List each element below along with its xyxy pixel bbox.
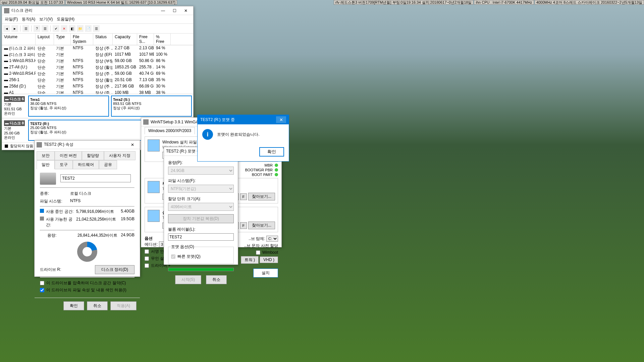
partition[interactable]: Tera2 (S:)893.51 GB NTFS정상 (주 파티션) <box>111 96 192 117</box>
title-bar[interactable]: 디스크 관리 — ☐ ✕ <box>2 6 193 15</box>
format-button[interactable]: F <box>240 222 247 229</box>
alloc-select: 4096바이트 <box>168 203 234 211</box>
table-row[interactable]: ▬ 256-1단순기본NTFS정상 (활성...20.51 GB7.13 GB3… <box>2 77 193 83</box>
menu-help[interactable]: 도움말(H) <box>57 16 74 22</box>
toolbar-button[interactable]: ☰ <box>42 25 48 32</box>
ok-button[interactable]: 확인 <box>259 147 284 157</box>
toolbar-button[interactable]: 📄 <box>85 25 92 32</box>
format-button[interactable]: F <box>240 193 247 200</box>
tab-general[interactable]: 일반 <box>37 160 55 169</box>
close-button[interactable]: ✕ <box>180 7 191 14</box>
start-button: 시작(S) <box>175 275 201 284</box>
table-row[interactable]: ▬ 2T-All (U:)단순기본NTFS정상 (활성...1853.25 GB… <box>2 64 193 71</box>
compress-checkbox[interactable] <box>40 281 44 285</box>
toolbar-button[interactable]: 📁 <box>77 25 84 32</box>
app-icon <box>143 119 149 125</box>
menu-action[interactable]: 동작(A) <box>22 16 35 22</box>
window-title: TEST2 (R:) 포맷 중 <box>200 117 235 123</box>
driver-checkbox[interactable] <box>145 263 149 268</box>
drive-icon <box>40 173 56 185</box>
status-item: Windows 10 RS3 Home K 64 bit 빌드:16299.63… <box>65 0 177 5</box>
options-label: 옵션 <box>145 236 153 241</box>
delete-icon[interactable]: ✕ <box>61 25 67 32</box>
disc-icon <box>148 139 160 152</box>
index-checkbox[interactable] <box>40 288 44 292</box>
info-icon: i <box>202 129 213 140</box>
toolbar-button[interactable]: ◧ <box>69 25 75 32</box>
drive-icon <box>148 210 160 222</box>
unattend-checkbox[interactable] <box>145 256 149 261</box>
apply-button[interactable]: 적용(A) <box>110 301 137 310</box>
tab-quota[interactable]: 할당량 <box>82 151 104 160</box>
close-format-button[interactable]: 취소 <box>206 275 227 284</box>
partition[interactable]: Tera138.00 GB NTFS정상 (활성, 주 파티션) <box>28 96 109 117</box>
app-icon <box>4 8 9 13</box>
used-swatch <box>40 209 44 213</box>
toolbar-button[interactable]: ☰ <box>93 25 100 32</box>
table-row[interactable]: ▬ (디스크 3 파티션 1)단순기본정상 (EFI ...1017 MB101… <box>2 52 193 58</box>
toolbar: ◄ ► ☰ ? ☰ ✔ ✕ ◧ 📁 📄 ☰ <box>2 24 193 34</box>
drive-icon <box>37 142 42 147</box>
legend-label: 할당되지 않음 <box>10 143 33 148</box>
table-row[interactable]: ▬ A1단순기본NTFS정상 (주 ...100 MB38 MB38 % <box>2 90 193 94</box>
table-row[interactable]: ▬ 1-Win10.RS3.Ho...단순기본NTFS정상 (부팅...59.0… <box>2 58 193 64</box>
disk-pane: ▬ 디스크 6기본931.51 GB온라인Tera138.00 GB NTFS정… <box>2 94 193 118</box>
ok-button[interactable]: 확인 <box>63 301 84 310</box>
desktop-status-bar: qaz 2018.09.04 화요일 오전 11:07:33 Windows 1… <box>0 0 644 5</box>
restore-defaults-button: 장치 기본값 복원(D) <box>168 214 234 223</box>
table-row[interactable]: ▬ 2-Win10.RS4.PR...단순기본NTFS정상 (주 ...59.0… <box>2 71 193 77</box>
menu-bar: 파일(F) 동작(A) 보기(V) 도움말(H) <box>2 15 193 24</box>
toolbar-button[interactable]: ✔ <box>53 25 59 32</box>
minimize-button[interactable]: — <box>158 7 168 14</box>
table-row[interactable]: ▬ 256d (D:)단순기본NTFS정상 (주 ...217.96 GB66.… <box>2 83 193 90</box>
status-item: 4000MHz 4코어 8스레드 스카이레이크 20160322~2년5개월13… <box>535 0 644 5</box>
tab-previous[interactable]: 이전 버전 <box>55 151 82 160</box>
title-bar[interactable]: TEST2 (R:) 포맷 중 ✕ <box>198 115 289 124</box>
status-item: ihn CPU : Intel i7-6700K 4417MHz <box>474 0 534 5</box>
status-item: rfv 레드스톤3 버전1709[RTM년월] 부팅:0일19:16:34 설치… <box>334 0 474 5</box>
drive-name-input[interactable] <box>60 174 131 182</box>
status-dot <box>275 164 278 167</box>
filesystem-select: NTFS(기본값) <box>168 185 234 193</box>
drive-icon <box>148 181 160 193</box>
window-title: TEST2 (R:) 속성 <box>44 142 125 147</box>
forward-button[interactable]: ► <box>11 25 18 32</box>
title-bar[interactable]: TEST2 (R:) 속성 ✕ <box>35 140 140 149</box>
network-button[interactable]: 트워 ) <box>241 256 259 264</box>
tab-security[interactable]: 보안 <box>37 151 55 160</box>
drive-letter-label: 드라이브 R: <box>40 267 61 273</box>
tab-custom[interactable]: 사용자 지정 <box>104 151 135 160</box>
toolbar-button[interactable]: ☰ <box>22 25 29 32</box>
disk-cleanup-button[interactable]: 디스크 정리(D) <box>95 265 135 274</box>
tab-tools[interactable]: 도구 <box>55 160 73 169</box>
install-button[interactable]: 설치 <box>253 268 278 278</box>
vhd-button[interactable]: VHD ) <box>260 256 278 263</box>
help-icon[interactable]: ? <box>34 25 40 32</box>
usage-donut <box>77 242 97 262</box>
volume-list[interactable]: Volume Layout Type File System Status Ca… <box>2 34 193 94</box>
table-header[interactable]: Volume Layout Type File System Status Ca… <box>2 34 193 45</box>
tab-winxp[interactable]: Windows 2000/XP/2003 <box>145 127 195 134</box>
drive-detect-select[interactable]: C: <box>266 236 278 242</box>
browse-button[interactable]: 찾아보기... <box>248 222 275 229</box>
status-item: qaz 2018.09.04 화요일 오전 11:07:33 <box>0 0 65 5</box>
capacity-select: 24.9GB <box>168 167 234 175</box>
legend-swatch <box>5 144 8 148</box>
table-row[interactable]: ▬ (디스크 2 파티션 3)단순기본NTFS정상 (주 ...2.27 GB2… <box>2 45 193 52</box>
tab-hardware[interactable]: 하드웨어 <box>73 160 99 169</box>
browse-button[interactable]: 찾아보기... <box>248 193 275 200</box>
format-options-group: 포맷 옵션(O) 빠른 포맷(Q) <box>168 244 234 264</box>
menu-file[interactable]: 파일(F) <box>5 16 18 22</box>
quick-format-checkbox <box>171 254 175 259</box>
close-button[interactable]: ✕ <box>127 141 138 148</box>
close-button[interactable]: ✕ <box>276 116 286 123</box>
wimboot-checkbox[interactable] <box>256 250 260 255</box>
tab-sharing[interactable]: 공유 <box>99 160 117 169</box>
volume-label-input[interactable] <box>168 233 234 241</box>
unsigned-checkbox[interactable] <box>145 249 149 254</box>
back-button[interactable]: ◄ <box>3 25 10 32</box>
menu-view[interactable]: 보기(V) <box>39 16 53 22</box>
maximize-button[interactable]: ☐ <box>169 7 180 14</box>
cancel-button[interactable]: 취소 <box>87 301 108 310</box>
status-dot <box>275 168 278 172</box>
